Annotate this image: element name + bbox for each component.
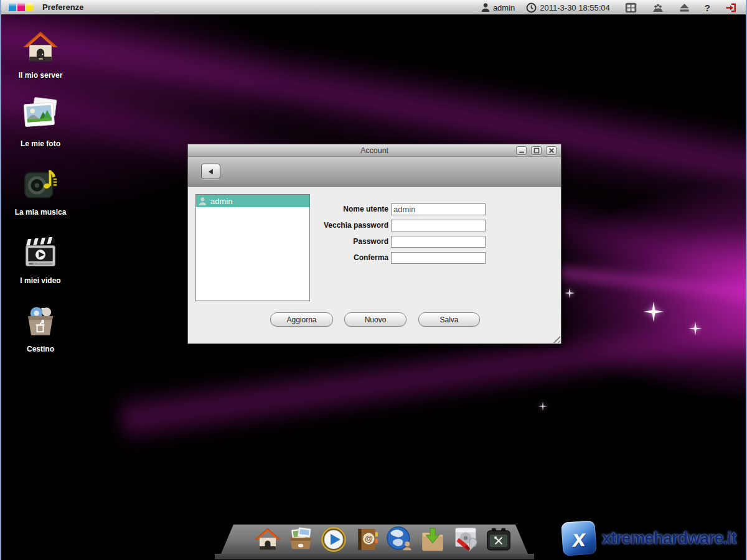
sparkle-icon [538,401,548,411]
dock-network-globe-icon[interactable] [385,525,414,554]
desktop-item-videos[interactable]: I miei video [5,230,76,299]
watermark-text: xtremehardware.it [602,529,736,548]
sparkle-icon [688,321,703,336]
desktop-item-trash[interactable]: Cestino [5,299,76,367]
current-user[interactable]: admin [481,0,515,15]
dock-pedestal [215,554,534,559]
user-icon [481,2,490,12]
desktop-item-label: Cestino [27,345,54,353]
old-password-input[interactable] [391,220,486,231]
menu-preferences[interactable]: Preferenze [42,0,83,15]
old-password-field-label: Vecchia password [188,221,391,230]
back-arrow-icon [207,168,215,175]
clock-display: 2011-3-30 18:55:04 [526,0,610,15]
form-row-old-password: Vecchia password [188,219,486,231]
desktop-item-label: Il mio server [19,71,63,80]
datetime-label: 2011-3-30 18:55:04 [540,3,610,12]
dock-download-folder-icon[interactable] [418,525,447,554]
brand-logo-icon [9,3,34,11]
window-titlebar[interactable]: Account [188,144,561,157]
logout-icon[interactable] [725,2,737,13]
desktop-item-label: La mia musica [15,208,67,217]
videos-icon [21,230,60,271]
dock-home-icon[interactable] [253,525,282,554]
desktop-item-label: I miei video [20,276,60,285]
sparkle-icon [564,287,575,299]
desktop: Preferenze admin 2011-3-30 18:55:04 [0,0,747,560]
form-row-username: Nome utente [188,203,486,215]
username-field-label: Nome utente [188,205,391,213]
dock-media-player-icon[interactable] [319,525,348,554]
sparkle-icon [642,301,665,323]
svg-text:@: @ [365,534,373,543]
new-button[interactable]: Nuovo [344,312,406,327]
watermark: x xtremehardware.it [562,521,736,555]
minimize-button[interactable] [516,146,527,155]
window-title: Account [188,144,561,157]
photos-icon [21,93,60,134]
password-input[interactable] [391,236,486,248]
trash-icon [22,299,59,340]
window-content: admin Nome utente Vecchia password Passw… [188,187,561,343]
home-icon [22,25,59,66]
form-row-confirm: Conferma [188,251,486,264]
desktop-item-label: Le mie foto [21,139,60,148]
xtremehardware-logo-icon: x [561,520,597,556]
dock-disk-utility-icon[interactable] [451,525,480,554]
maximize-icon [533,147,540,154]
eject-icon[interactable] [679,3,690,12]
username-input[interactable] [391,203,486,215]
dock-address-book-icon[interactable]: @ [352,525,381,554]
desktop-item-music[interactable]: La mia musica [5,162,76,230]
window-toolbar [188,157,561,187]
back-button[interactable] [201,164,220,179]
close-icon [548,147,555,154]
clock-icon [526,2,537,13]
maximize-button[interactable] [531,146,542,155]
save-button[interactable]: Salva [418,312,480,327]
music-icon [22,162,59,203]
account-window: Account admin [187,144,561,344]
top-menubar: Preferenze admin 2011-3-30 18:55:04 [0,0,747,15]
confirm-input[interactable] [391,252,486,264]
widgets-icon[interactable] [652,2,664,12]
form-row-password: Password [188,235,486,248]
username-label: admin [493,3,515,12]
password-field-label: Password [188,237,391,246]
close-button[interactable] [546,146,557,155]
minimize-icon [519,147,525,154]
screen-border-left [0,0,1,560]
confirm-field-label: Conferma [188,253,391,262]
desktop-item-server[interactable]: Il mio server [5,25,76,93]
dock-photo-box-icon[interactable] [286,525,315,554]
desktop-item-photos[interactable]: Le mie foto [5,93,76,162]
dock-backup-device-icon[interactable] [484,525,513,554]
help-icon[interactable]: ? [705,2,710,13]
window-manager-icon[interactable] [625,2,637,13]
update-button[interactable]: Aggiorna [270,312,333,327]
